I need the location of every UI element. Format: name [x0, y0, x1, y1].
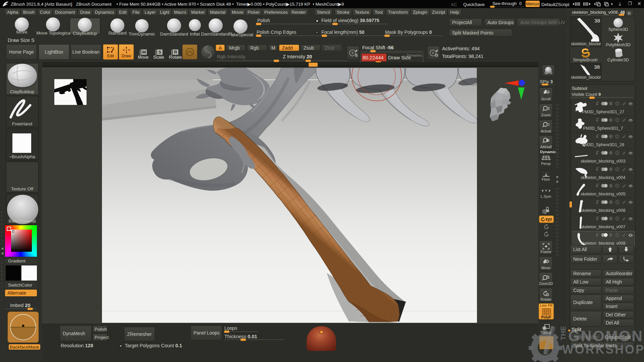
svg-text:x: x — [543, 171, 544, 173]
svg-text:Y: Y — [546, 226, 548, 229]
svg-text:S: S — [158, 50, 161, 55]
svg-text:x1: x1 — [546, 124, 549, 126]
svg-text:GNOMON: GNOMON — [568, 328, 642, 344]
svg-text:z: z — [548, 171, 549, 173]
svg-text:D: D — [435, 53, 438, 57]
svg-text:M: M — [142, 50, 146, 55]
svg-text:y: y — [545, 171, 546, 173]
svg-text:Z: Z — [546, 233, 548, 237]
svg-text:WORKSHOP: WORKSHOP — [562, 343, 644, 356]
svg-text:THE: THE — [559, 326, 567, 340]
svg-text:R: R — [174, 50, 177, 55]
svg-text:S: S — [355, 53, 358, 57]
